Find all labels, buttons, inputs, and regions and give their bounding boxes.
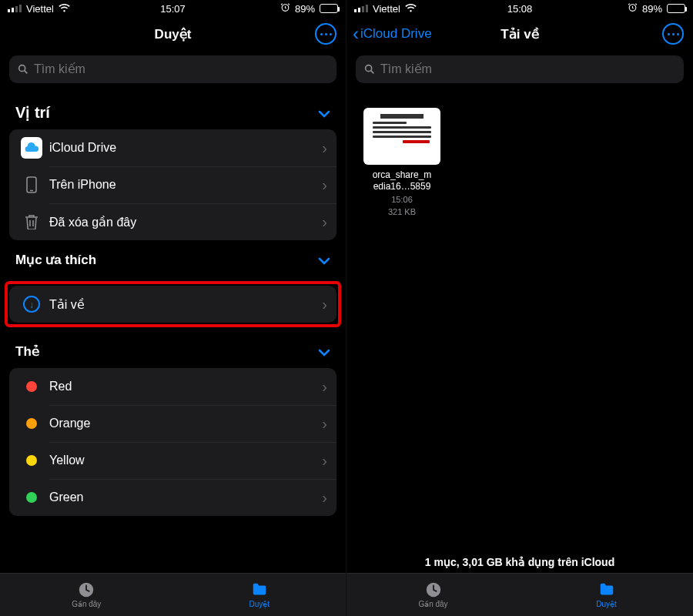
page-title: Duyệt [155, 26, 192, 42]
nav-bar: Duyệt [0, 17, 346, 51]
tag-orange[interactable]: Orange › [9, 405, 336, 442]
wifi-icon [405, 3, 417, 15]
row-label: Red [45, 380, 322, 393]
svg-line-8 [371, 71, 374, 74]
location-recently-deleted[interactable]: Đã xóa gần đây › [9, 203, 336, 240]
clock: 15:07 [160, 3, 186, 15]
wifi-icon [59, 3, 70, 15]
favorite-downloads[interactable]: ↓ Tải về › [9, 286, 336, 323]
chevron-down-icon [318, 343, 330, 360]
icloud-icon [21, 137, 42, 159]
battery-icon [667, 4, 685, 13]
tag-color-dot [26, 381, 37, 392]
clock-icon [77, 581, 95, 598]
file-time: 15:06 [363, 194, 440, 205]
alarm-icon [280, 2, 290, 15]
section-locations-header[interactable]: Vị trí [9, 92, 336, 129]
trash-icon [18, 214, 45, 229]
svg-line-2 [25, 71, 28, 74]
location-on-device[interactable]: Trên iPhone › [9, 166, 336, 203]
tags-list: Red › Orange › Yellow › Green › [9, 368, 336, 516]
storage-status: 1 mục, 3,01 GB khả dụng trên iCloud [346, 556, 693, 568]
tag-red[interactable]: Red › [9, 368, 336, 405]
search-icon [17, 63, 29, 75]
row-label: Trên iPhone [45, 178, 322, 192]
search-icon [363, 63, 376, 75]
chevron-right-icon: › [322, 176, 327, 194]
back-button[interactable]: ‹ iCloud Drive [353, 25, 432, 43]
tab-browse[interactable]: Duyệt [173, 574, 346, 616]
section-tags-label: Thẻ [15, 343, 39, 360]
chevron-right-icon: › [322, 452, 327, 470]
clock: 15:08 [507, 3, 533, 15]
location-icloud[interactable]: iCloud Drive › [9, 129, 336, 166]
download-icon: ↓ [23, 296, 40, 313]
tag-color-dot [26, 455, 37, 466]
screen-downloads: Viettel 15:08 89% ‹ iCloud Drive Tải về [346, 0, 693, 616]
tab-recents[interactable]: Gần đây [346, 574, 520, 616]
row-label: Tải về [45, 297, 322, 312]
tag-color-dot [26, 418, 37, 429]
tag-green[interactable]: Green › [9, 479, 336, 516]
search-field[interactable] [9, 55, 336, 83]
tag-yellow[interactable]: Yellow › [9, 442, 336, 479]
chevron-right-icon: › [322, 296, 327, 313]
nav-bar: ‹ iCloud Drive Tải về [346, 17, 693, 51]
clock-icon [424, 581, 443, 598]
row-label: Đã xóa gần đây [45, 215, 322, 229]
battery-icon [320, 4, 338, 13]
locations-list: iCloud Drive › Trên iPhone › Đã xóa gần … [9, 129, 336, 240]
chevron-right-icon: › [322, 139, 327, 157]
chevron-down-icon [318, 104, 330, 122]
tag-color-dot [26, 492, 37, 503]
chevron-left-icon: ‹ [353, 25, 359, 43]
section-tags-header[interactable]: Thẻ [9, 332, 336, 368]
folder-icon [598, 581, 616, 598]
browse-content: Vị trí iCloud Drive › Trên iP [0, 83, 346, 616]
carrier-label: Viettel [373, 3, 400, 15]
section-locations-label: Vị trí [15, 103, 50, 122]
signal-icon [354, 5, 368, 12]
folder-icon [250, 581, 269, 598]
downloads-content: orca_share_m edia16…5859 15:06 321 KB [346, 83, 693, 616]
highlight-downloads: ↓ Tải về › [5, 281, 341, 327]
status-bar: Viettel 15:08 89% [346, 0, 693, 17]
iphone-icon [18, 176, 45, 193]
row-label: Orange [45, 417, 322, 430]
file-item[interactable]: orca_share_m edia16…5859 15:06 321 KB [363, 108, 440, 218]
alarm-icon [628, 2, 638, 15]
search-field[interactable] [356, 55, 684, 83]
tab-label: Duyệt [596, 600, 617, 608]
section-favorites-header[interactable]: Mục ưa thích [9, 240, 336, 276]
status-bar: Viettel 15:07 89% [0, 0, 346, 17]
page-title: Tải về [500, 26, 538, 42]
search-input[interactable] [34, 62, 329, 76]
svg-point-7 [366, 65, 372, 72]
chevron-right-icon: › [322, 378, 327, 396]
file-name: orca_share_m edia16…5859 [363, 169, 440, 192]
carrier-label: Viettel [26, 3, 54, 15]
chevron-right-icon: › [322, 489, 327, 507]
back-label: iCloud Drive [360, 26, 432, 42]
row-label: Green [45, 490, 322, 504]
tab-label: Duyệt [249, 600, 270, 608]
tab-bar: Gần đây Duyệt [0, 573, 346, 616]
file-size: 321 KB [363, 206, 440, 217]
search-input[interactable] [380, 62, 676, 76]
tab-bar: Gần đây Duyệt [346, 573, 693, 616]
battery-pct: 89% [295, 3, 315, 15]
section-favorites-label: Mục ưa thích [15, 252, 96, 268]
more-button[interactable] [315, 23, 336, 45]
battery-pct: 89% [642, 3, 662, 15]
tab-label: Gần đây [72, 600, 101, 608]
chevron-right-icon: › [322, 213, 327, 231]
signal-icon [8, 5, 22, 12]
row-label: iCloud Drive [45, 141, 322, 155]
file-thumbnail [363, 108, 440, 165]
more-button[interactable] [662, 23, 684, 45]
tab-browse[interactable]: Duyệt [520, 574, 693, 616]
screen-browse: Viettel 15:07 89% Duyệt [0, 0, 346, 616]
row-label: Yellow [45, 454, 322, 467]
tab-recents[interactable]: Gần đây [0, 574, 173, 616]
chevron-right-icon: › [322, 415, 327, 433]
